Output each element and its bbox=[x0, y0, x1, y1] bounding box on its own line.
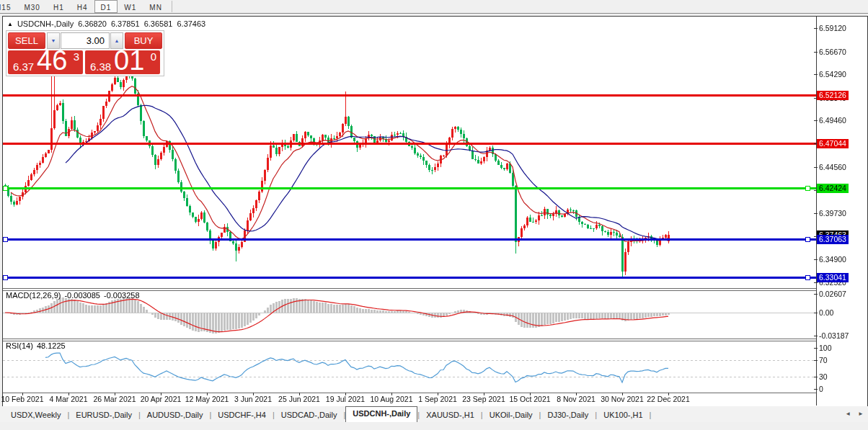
macd-value: -0.003085 bbox=[64, 291, 100, 300]
date-label: 10 Aug 2021 bbox=[371, 395, 413, 403]
hline-price-label: 6.37063 bbox=[817, 235, 849, 244]
tab-usdchf-h4[interactable]: USDCHF-,H4 bbox=[211, 408, 273, 422]
tab-ukoil-daily[interactable]: UKOil-,Daily bbox=[483, 408, 539, 422]
buy-price-pip: 0 bbox=[151, 50, 156, 63]
hline-price-label: 6.33041 bbox=[817, 273, 849, 282]
axis-tick-mark bbox=[814, 377, 818, 377]
rsi-label: RSI(14) 48.1225 bbox=[6, 341, 66, 350]
ohlc-low: 6.36581 bbox=[144, 19, 173, 28]
price-tick-label: 0.02607 bbox=[819, 290, 846, 299]
axis-tick-mark bbox=[814, 213, 818, 214]
tab-usdcnh-daily[interactable]: USDCNH-,Daily bbox=[345, 406, 417, 422]
date-label: 23 Sep 2021 bbox=[462, 395, 505, 403]
axis-tick-mark bbox=[814, 294, 818, 295]
date-tick-mark bbox=[68, 393, 69, 395]
axis-tick-mark bbox=[814, 28, 818, 29]
macd-signal-value: -0.003258 bbox=[104, 291, 140, 300]
axis-tick-mark bbox=[814, 259, 818, 260]
buy-price-display[interactable]: 6.38 01 0 bbox=[85, 50, 160, 74]
hline-price-label: 6.42424 bbox=[817, 184, 849, 193]
date-tick-mark bbox=[299, 393, 300, 395]
axis-tick-mark bbox=[814, 52, 818, 53]
sell-price-pip: 3 bbox=[74, 50, 79, 63]
date-tick-mark bbox=[391, 393, 392, 395]
price-tick-label: 6.56670 bbox=[819, 48, 846, 57]
date-tick-mark bbox=[484, 393, 484, 395]
hline-price-label: 6.52126 bbox=[817, 91, 849, 100]
volume-input[interactable] bbox=[61, 32, 110, 49]
tab-xauusd-h1[interactable]: XAUUSD-,H1 bbox=[420, 408, 481, 422]
axis-tick-mark bbox=[814, 167, 818, 168]
price-tick-label: 6.59120 bbox=[819, 24, 846, 33]
price-tick-label: 0 bbox=[819, 385, 823, 394]
axis-tick-mark bbox=[814, 313, 818, 313]
tab-scroll-buttons: ◄ ► bbox=[845, 411, 864, 417]
macd-label: MACD(12,26,9) -0.003085 -0.003258 bbox=[6, 291, 140, 300]
date-label: 22 Dec 2021 bbox=[647, 395, 690, 403]
date-label: 1 Sep 2021 bbox=[418, 395, 457, 403]
tab-usdx-weekly[interactable]: USDX,Weekly bbox=[4, 408, 67, 422]
price-tick-label: 30 bbox=[819, 372, 828, 382]
ohlc-open: 6.36820 bbox=[78, 19, 107, 28]
date-label: 19 Jul 2021 bbox=[326, 395, 365, 403]
price-tick-label: 6.44560 bbox=[819, 163, 846, 172]
collapse-panel-icon[interactable]: ▲ bbox=[7, 21, 13, 27]
price-tick-label: 70 bbox=[819, 356, 828, 365]
date-tick-mark bbox=[345, 393, 346, 395]
date-label: 30 Nov 2021 bbox=[601, 395, 644, 403]
tab-scroll-right-icon[interactable]: ► bbox=[858, 411, 864, 417]
buy-price-big: 01 bbox=[114, 45, 144, 76]
date-label: 20 Apr 2021 bbox=[141, 395, 182, 403]
date-tick-mark bbox=[438, 393, 438, 395]
date-label: 8 Nov 2021 bbox=[557, 395, 595, 403]
price-tick-label: 6.54290 bbox=[819, 70, 846, 79]
tab-dj30-daily[interactable]: DJ30-,Daily bbox=[541, 408, 595, 422]
date-label: 12 May 2021 bbox=[185, 395, 229, 403]
rsi-name: RSI(14) bbox=[6, 341, 33, 350]
date-label: 3 Jun 2021 bbox=[234, 395, 272, 403]
pane-splitter[interactable] bbox=[3, 341, 816, 341]
date-tick-mark bbox=[161, 393, 161, 395]
pane-splitter[interactable] bbox=[3, 339, 816, 339]
date-tick-mark bbox=[22, 393, 23, 395]
date-tick-mark bbox=[668, 393, 669, 395]
axis-tick-mark bbox=[814, 348, 818, 349]
axis-tick-mark bbox=[814, 389, 818, 390]
date-tick-mark bbox=[622, 393, 623, 395]
date-tick-mark bbox=[576, 393, 577, 395]
sell-price-display[interactable]: 6.37 46 3 bbox=[8, 50, 83, 74]
price-tick-label: 100 bbox=[819, 344, 832, 353]
price-tick-label: 0.00 bbox=[819, 308, 833, 318]
date-tick-mark bbox=[115, 393, 115, 395]
pane-splitter bbox=[3, 393, 816, 393]
tab-eurusd-daily[interactable]: EURUSD-,Daily bbox=[69, 408, 138, 422]
hline-price-label: 6.47044 bbox=[817, 139, 849, 148]
pane-splitter[interactable] bbox=[3, 288, 816, 289]
date-label: 4 Mar 2021 bbox=[49, 395, 87, 403]
chart-title: USDCNH-,Daily bbox=[17, 19, 74, 28]
rsi-value: 48.1225 bbox=[37, 341, 66, 350]
date-label: 10 Feb 2021 bbox=[1, 395, 44, 403]
date-tick-mark bbox=[207, 393, 208, 395]
ohlc-close: 6.37463 bbox=[177, 19, 205, 28]
ohlc-high: 6.37851 bbox=[111, 19, 140, 28]
price-tick-label: 6.49460 bbox=[819, 116, 846, 125]
tab-usdcad-daily[interactable]: USDCAD-,Daily bbox=[275, 408, 344, 422]
date-tick-mark bbox=[530, 393, 531, 395]
axis-tick-mark bbox=[814, 282, 818, 283]
chart-header: ▲ USDCNH-,Daily 6.36820 6.37851 6.36581 … bbox=[7, 19, 205, 28]
tab-audusd-daily[interactable]: AUDUSD-,Daily bbox=[141, 408, 210, 422]
tab-separator: | bbox=[650, 411, 652, 422]
date-label: 26 Mar 2021 bbox=[94, 395, 136, 403]
price-tick-label: 6.34900 bbox=[819, 255, 846, 264]
axis-tick-mark bbox=[814, 336, 818, 336]
tab-uk100-h1[interactable]: UK100-,H1 bbox=[597, 408, 649, 422]
sell-price-big: 46 bbox=[37, 45, 67, 76]
axis-tick-mark bbox=[814, 120, 818, 121]
price-tick-label: -0.03187 bbox=[819, 331, 849, 341]
axis-tick-mark bbox=[814, 74, 818, 75]
tab-scroll-left-icon[interactable]: ◄ bbox=[845, 411, 851, 417]
date-label: 15 Oct 2021 bbox=[509, 395, 550, 403]
symbol-tab-bar: USDX,Weekly|EURUSD-,Daily|AUDUSD-,Daily|… bbox=[0, 406, 868, 422]
date-label: 25 Jun 2021 bbox=[278, 395, 320, 403]
